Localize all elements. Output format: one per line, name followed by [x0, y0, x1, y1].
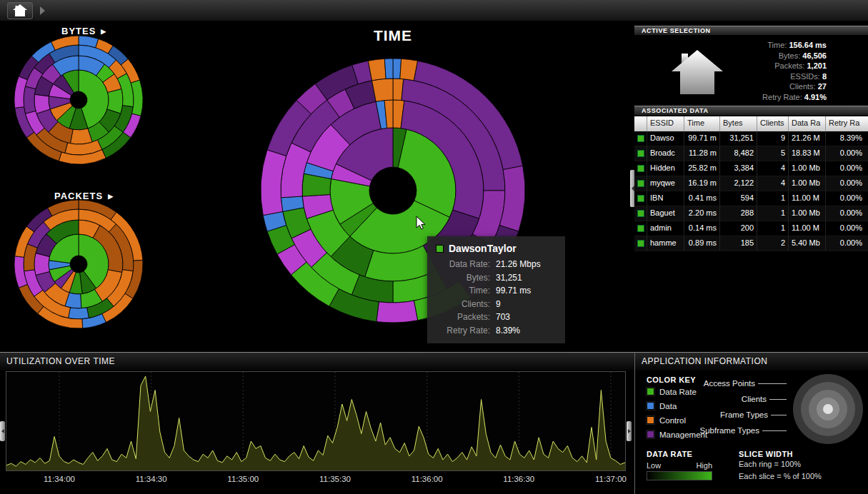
cell-essid: IBN	[647, 191, 684, 206]
utilization-chart-svg	[6, 372, 625, 470]
ring-label: Clients	[742, 395, 767, 403]
data-rate-low-label: Low	[647, 461, 661, 470]
cell-clients: 1	[757, 206, 789, 221]
row-swatch-cell	[634, 146, 647, 161]
tooltip-label: Bytes:	[436, 273, 490, 283]
tooltip-details: Data Rate:21.26 MbpsBytes:31,251Time:99.…	[436, 259, 557, 336]
ring-diagram	[789, 370, 867, 448]
stat-label: Time:	[767, 41, 789, 49]
essid-color-swatch	[637, 150, 644, 157]
cell-essid: hamme	[647, 236, 684, 251]
cell-bytes: 200	[720, 221, 757, 236]
cell-bytes: 594	[720, 191, 757, 206]
right-panel: ACTIVE SELECTION Time: 156.64 msBytes: 4…	[634, 21, 868, 352]
ring-label-row: Clients	[672, 391, 787, 407]
stat-value: 27	[818, 82, 827, 91]
arrow-left-icon	[1, 429, 4, 433]
sunburst-slice[interactable]	[69, 308, 89, 319]
bytes-expander[interactable]: BYTES▶	[61, 26, 106, 36]
tooltip-value: 9	[496, 299, 557, 309]
cell-time: 2.20 ms	[684, 206, 720, 221]
table-row[interactable]: Baguet2.20 ms28811.00 Mb0.00%	[634, 206, 868, 221]
stat-label: Packets:	[774, 61, 807, 70]
associated-data-table: ESSIDTimeBytesClientsData RaRetry Ra Daw…	[634, 116, 868, 251]
stat-label: ESSIDs:	[790, 72, 822, 81]
utilization-header-label: UTILIZATION OVER TIME	[6, 356, 115, 366]
column-header-swatch[interactable]	[634, 116, 647, 131]
cell-time: 16.19 m	[684, 176, 720, 191]
axis-label: 11:35:30	[319, 475, 351, 483]
cell-data-rate: 1.00 Mb	[789, 161, 826, 176]
color-swatch	[647, 402, 654, 410]
sunburst-slice[interactable]	[372, 79, 393, 101]
cell-retry-rate: 0.00%	[826, 191, 865, 206]
stat-value: 46,506	[802, 51, 827, 60]
data-rate-gradient	[647, 471, 712, 480]
data-rate-legend: DATA RATE Low High	[647, 450, 714, 480]
cell-bytes: 31,251	[720, 131, 757, 146]
table-row[interactable]: Hidden25.82 m3,38441.00 Mb0.00%	[634, 161, 868, 176]
application-information-panel: APPLICATION INFORMATION COLOR KEY Data R…	[634, 352, 868, 494]
sunburst-slice[interactable]	[34, 253, 49, 276]
sunburst-slice[interactable]	[384, 59, 393, 79]
cell-time: 99.71 m	[684, 131, 720, 146]
axis-label: 11:34:00	[44, 475, 75, 483]
cell-clients: 1	[757, 191, 789, 206]
cell-retry-rate: 8.39%	[826, 131, 865, 146]
active-selection-header: ACTIVE SELECTION	[634, 26, 868, 36]
essid-color-swatch	[637, 180, 644, 187]
tooltip-value: 99.71 ms	[496, 286, 557, 296]
column-header-Data Ra[interactable]: Data Ra	[789, 116, 826, 131]
associated-data-header-label: ASSOCIATED DATA	[642, 107, 709, 114]
selection-stat: Bytes: 46,506	[705, 51, 827, 61]
row-swatch-cell	[634, 176, 647, 191]
stat-value: 4.91%	[804, 93, 827, 101]
color-swatch	[647, 388, 654, 395]
tooltip-value: 703	[496, 312, 557, 322]
column-header-Time[interactable]: Time	[684, 116, 720, 131]
axis-label: 11:36:30	[503, 475, 534, 483]
cell-bytes: 8,482	[720, 146, 757, 161]
table-row[interactable]: myqwe16.19 m2,12241.00 Mb0.00%	[634, 176, 868, 191]
sunburst-slice[interactable]	[376, 301, 418, 323]
slice-width-line2: Each slice = % of 100%	[739, 470, 822, 483]
ring-label-row: Subframe Types	[672, 423, 787, 438]
app-window: BYTES▶ PACKETS▶ TIME ACTIVE SELECTION Ti…	[0, 0, 868, 494]
cell-essid: admin	[647, 221, 684, 236]
cell-retry-rate: 0.00%	[826, 221, 865, 236]
tooltip-label: Clients:	[436, 299, 490, 309]
ring-connector-line	[771, 415, 787, 415]
cell-time: 0.89 ms	[684, 236, 720, 251]
cell-time: 25.82 m	[684, 161, 720, 176]
cell-retry-rate: 0.00%	[826, 161, 865, 176]
cell-data-rate: 1.00 Mb	[789, 206, 826, 221]
bytes-sunburst-chart[interactable]	[14, 36, 143, 164]
cell-essid: myqwe	[647, 176, 684, 191]
table-row[interactable]: Dawso99.71 m31,251921.26 M8.39%	[634, 131, 868, 146]
table-row[interactable]: Broadc11.28 m8,482518.83 M0.00%	[634, 146, 868, 161]
table-row[interactable]: admin0.14 ms200111.00 M0.00%	[634, 221, 868, 236]
slice-width-legend: SLICE WIDTH Each ring = 100% Each slice …	[739, 450, 822, 483]
cell-time: 0.14 ms	[684, 221, 720, 236]
cell-clients: 2	[757, 236, 789, 251]
stat-label: Retry Rate:	[762, 93, 804, 101]
row-swatch-cell	[634, 206, 647, 221]
sunburst-slice[interactable]	[24, 86, 36, 114]
mouse-cursor	[416, 216, 429, 231]
column-header-ESSID[interactable]: ESSID	[647, 116, 684, 131]
utilization-chart[interactable]	[6, 371, 626, 471]
hover-tooltip: DawsonTaylor Data Rate:21.26 MbpsBytes:3…	[427, 236, 565, 343]
column-header-Bytes[interactable]: Bytes	[720, 116, 757, 131]
table-row[interactable]: hamme0.89 ms18525.40 Mb0.00%	[634, 236, 868, 251]
cell-clients: 1	[757, 221, 789, 236]
column-header-Clients[interactable]: Clients	[757, 116, 789, 131]
timeline-left-handle[interactable]	[0, 421, 5, 441]
timeline-right-handle[interactable]	[627, 421, 632, 441]
slice-width-title: SLICE WIDTH	[739, 450, 822, 458]
selection-stat: Retry Rate: 4.91%	[705, 92, 827, 103]
tooltip-label: Time:	[436, 286, 490, 296]
packets-sunburst-chart[interactable]	[14, 200, 143, 328]
column-header-Retry Ra[interactable]: Retry Ra	[826, 116, 865, 131]
home-button[interactable]	[7, 2, 33, 19]
table-row[interactable]: IBN0.41 ms594111.00 M0.00%	[634, 191, 868, 206]
